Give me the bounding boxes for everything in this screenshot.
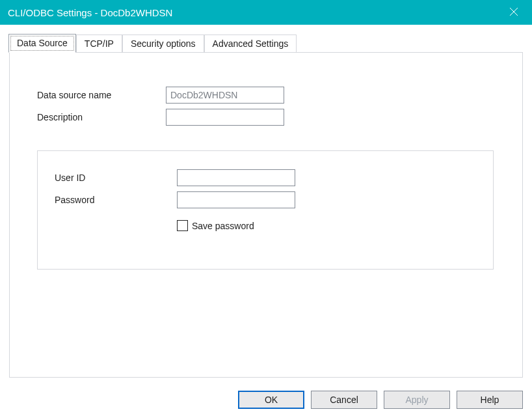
user-id-input[interactable] [177, 169, 295, 186]
label-data-source-name: Data source name [37, 90, 166, 100]
tab-panel-data-source: Data source name Description User ID Pas… [9, 52, 523, 378]
tab-advanced-settings[interactable]: Advanced Settings [204, 35, 297, 52]
title-bar: CLI/ODBC Settings - DocDb2WHDSN [0, 0, 532, 25]
row-data-source-name: Data source name [37, 87, 504, 104]
close-icon [509, 7, 518, 18]
tab-data-source[interactable]: Data Source [8, 34, 76, 53]
ok-button[interactable]: OK [238, 391, 304, 409]
label-user-id: User ID [55, 173, 177, 183]
tab-strip: Data Source TCP/IP Security options Adva… [8, 34, 523, 52]
row-user-id: User ID [55, 169, 486, 186]
window-title: CLI/ODBC Settings - DocDb2WHDSN [8, 7, 496, 18]
dialog-buttons: OK Cancel Apply Help [0, 382, 532, 418]
label-password: Password [55, 195, 177, 205]
password-input[interactable] [177, 191, 295, 208]
row-description: Description [37, 109, 504, 126]
description-input[interactable] [166, 109, 284, 126]
tab-security-options[interactable]: Security options [122, 35, 204, 52]
row-password: Password [55, 191, 486, 208]
save-password-checkbox[interactable] [177, 220, 188, 231]
cancel-button[interactable]: Cancel [311, 391, 377, 409]
dialog-content: Data Source TCP/IP Security options Adva… [0, 25, 532, 382]
help-button[interactable]: Help [457, 391, 523, 409]
data-source-name-input [166, 87, 284, 104]
label-save-password: Save password [192, 221, 254, 231]
close-button[interactable] [496, 0, 532, 25]
panel-inner: Data source name Description User ID Pas… [10, 53, 522, 270]
row-save-password: Save password [177, 220, 486, 231]
tab-tcpip[interactable]: TCP/IP [76, 35, 122, 52]
apply-button[interactable]: Apply [384, 391, 450, 409]
credentials-group: User ID Password Save password [37, 150, 494, 270]
label-description: Description [37, 112, 166, 122]
